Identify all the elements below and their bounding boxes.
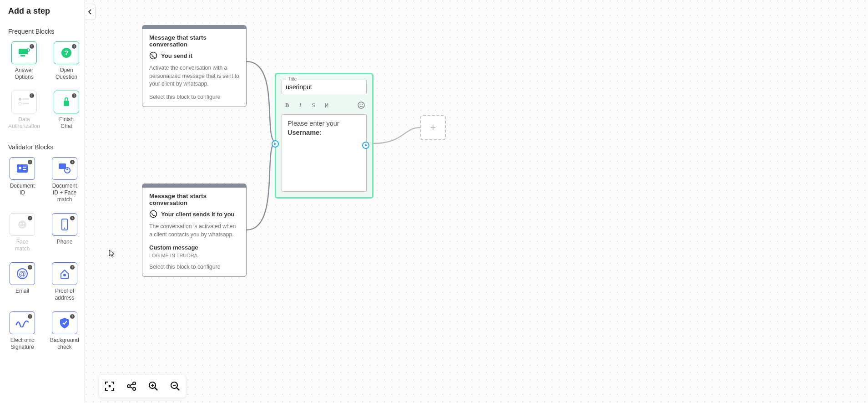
svg-point-21 <box>64 228 65 229</box>
email-icon: @ <box>16 268 28 280</box>
svg-text:@: @ <box>19 270 26 278</box>
share-icon <box>126 381 136 391</box>
node-title: Message that starts conversation <box>149 34 239 48</box>
open-question-icon: ? <box>61 47 72 59</box>
address-icon <box>59 268 70 279</box>
svg-point-26 <box>150 211 157 218</box>
svg-rect-0 <box>19 49 28 54</box>
svg-text:?: ? <box>64 49 68 56</box>
svg-rect-13 <box>23 169 26 170</box>
block-face-match: i Face match <box>8 213 36 252</box>
svg-point-30 <box>109 385 111 388</box>
node-subtitle: Your client sends it to you <box>161 211 235 218</box>
node-title: Message that starts conversation <box>149 193 239 206</box>
svg-point-28 <box>360 104 361 105</box>
format-toolbar: B I S M <box>282 99 367 114</box>
add-step-placeholder[interactable]: + <box>420 115 446 140</box>
svg-rect-8 <box>23 103 29 104</box>
svg-point-18 <box>20 223 21 224</box>
bgcheck-icon <box>59 317 70 329</box>
block-finish-chat[interactable]: i Finish Chat <box>54 91 79 130</box>
mono-button[interactable]: M <box>322 101 331 110</box>
flow-canvas[interactable]: Message that starts conversation You sen… <box>85 0 868 403</box>
view-toolbar <box>99 375 186 398</box>
custom-message-text: LOG ME IN TRUORA <box>149 253 239 258</box>
block-document-face[interactable]: i Document ID + Face match <box>50 157 79 203</box>
input-port[interactable] <box>272 140 279 148</box>
svg-rect-14 <box>59 163 66 169</box>
sidebar-title: Add a step <box>8 6 79 16</box>
svg-point-32 <box>133 382 136 385</box>
answer-options-icon <box>18 47 30 58</box>
svg-point-17 <box>18 220 26 229</box>
zoom-in-icon <box>148 381 158 391</box>
block-email[interactable]: i @ Email <box>8 262 36 301</box>
svg-point-33 <box>133 388 136 390</box>
message-body-editor[interactable]: Please enter your Username: <box>282 114 367 192</box>
output-port[interactable] <box>362 142 369 149</box>
svg-rect-9 <box>64 101 69 106</box>
block-document-id[interactable]: i Document ID <box>8 157 36 203</box>
block-background-check[interactable]: i Background check <box>50 311 79 351</box>
svg-point-5 <box>19 98 21 101</box>
node-hint: Select this block to configure <box>149 264 239 270</box>
bold-button[interactable]: B <box>283 101 292 110</box>
zoom-out-icon <box>170 381 180 391</box>
block-phone[interactable]: i Phone <box>50 213 79 252</box>
frequent-blocks-grid: i Answer Options i ? Open Question i Dat… <box>8 41 79 130</box>
section-frequent-title: Frequent Blocks <box>8 28 79 35</box>
block-proof-address[interactable]: i Proof of address <box>50 262 79 301</box>
italic-button[interactable]: I <box>296 101 305 110</box>
mouse-cursor-icon <box>109 250 115 258</box>
svg-point-7 <box>19 102 21 105</box>
svg-point-27 <box>358 102 364 108</box>
whatsapp-icon <box>149 51 157 60</box>
fit-view-button[interactable] <box>103 379 116 393</box>
emoji-button[interactable] <box>357 101 366 110</box>
node-subtitle: You send it <box>161 52 192 59</box>
zoom-out-button[interactable] <box>168 379 182 393</box>
whatsapp-icon <box>149 210 157 218</box>
doc-id-icon <box>16 164 28 173</box>
node-desc: The conversation is activated when a cli… <box>149 223 239 239</box>
svg-line-39 <box>177 388 179 390</box>
svg-point-25 <box>150 52 157 59</box>
node-userinput-editor[interactable]: Title B I S M Please enter your Username… <box>275 73 373 199</box>
title-field-label: Title <box>286 76 298 82</box>
block-data-authorization: i Data Authorization <box>8 91 40 130</box>
node-start-client-sends[interactable]: Message that starts conversation Your cl… <box>142 184 247 277</box>
block-open-question[interactable]: i ? Open Question <box>54 41 79 81</box>
zoom-in-button[interactable] <box>146 379 160 393</box>
svg-rect-10 <box>17 164 28 173</box>
block-signature[interactable]: i Electronic Signature <box>8 311 36 351</box>
node-desc: Activate the conversation with a persona… <box>149 64 239 88</box>
signature-icon <box>15 318 29 327</box>
svg-point-16 <box>66 168 68 170</box>
block-answer-options[interactable]: i Answer Options <box>8 41 40 81</box>
svg-point-19 <box>23 223 24 224</box>
node-hint: Select this block to configure <box>149 94 239 100</box>
svg-point-11 <box>19 167 21 169</box>
fit-view-icon <box>105 381 115 391</box>
svg-rect-6 <box>23 98 29 100</box>
phone-icon <box>61 219 69 230</box>
custom-message-title: Custom message <box>149 244 239 251</box>
svg-point-29 <box>362 104 363 105</box>
strike-button[interactable]: S <box>309 101 318 110</box>
title-input[interactable] <box>282 80 367 94</box>
svg-point-24 <box>63 274 66 276</box>
emoji-icon <box>358 102 365 109</box>
svg-rect-12 <box>23 167 26 168</box>
svg-point-31 <box>127 385 130 388</box>
validator-blocks-grid: i Document ID i Document ID + Face match… <box>8 157 79 351</box>
svg-rect-1 <box>20 55 25 56</box>
doc-face-icon <box>58 163 71 174</box>
section-validator-title: Validator Blocks <box>8 143 79 151</box>
sidebar: Add a step Frequent Blocks i Answer Opti… <box>0 0 85 403</box>
data-auth-icon <box>18 97 30 107</box>
share-button[interactable] <box>125 379 138 393</box>
svg-line-35 <box>155 388 157 390</box>
finish-chat-icon <box>61 96 71 108</box>
node-start-you-send[interactable]: Message that starts conversation You sen… <box>142 25 247 107</box>
face-match-icon <box>17 219 28 230</box>
